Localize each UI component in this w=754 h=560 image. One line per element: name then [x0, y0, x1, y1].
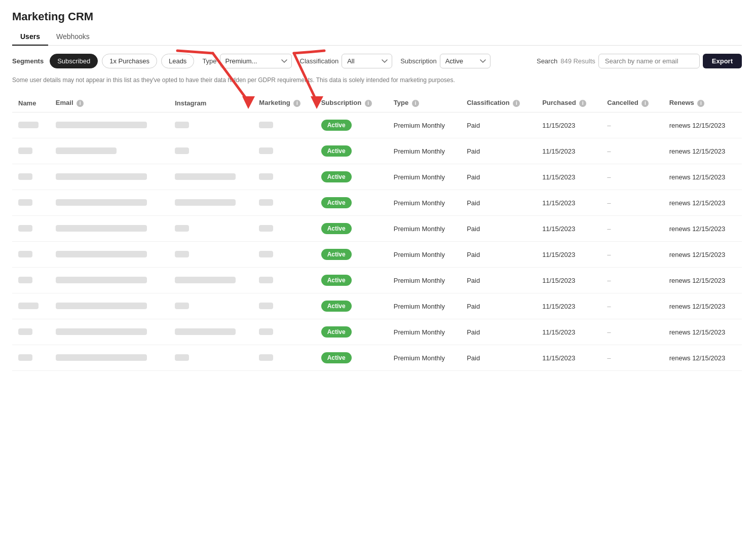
- cell-name: █████: [12, 138, 50, 164]
- table-row[interactable]: ██████████████████████████████████Active…: [12, 293, 742, 319]
- type-filter-select[interactable]: Premium... All Free Premium Monthly Prem…: [220, 54, 292, 68]
- status-badge: Active: [321, 275, 352, 286]
- cell-renews: renews 12/15/2023: [663, 164, 742, 190]
- cell-instagram: ████████: [169, 138, 253, 164]
- cell-type: Premium Monthly: [388, 293, 461, 319]
- status-badge: Active: [321, 249, 352, 260]
- cancelled-info-icon[interactable]: i: [642, 100, 649, 107]
- type-info-icon[interactable]: i: [412, 100, 419, 107]
- search-label: Search: [537, 57, 557, 65]
- table-row[interactable]: ██████████████████████████████████Active…: [12, 268, 742, 293]
- type-filter-label: Type: [202, 57, 216, 65]
- cell-type: Premium Monthly: [388, 113, 461, 138]
- cell-cancelled: –: [601, 164, 663, 190]
- cell-email: ██████████████████: [50, 268, 169, 293]
- cell-purchased: 11/15/2023: [536, 319, 601, 345]
- cell-instagram: ████████: [169, 113, 253, 138]
- search-input[interactable]: [598, 54, 700, 68]
- cell-marketing: ███: [253, 190, 315, 216]
- email-info-icon[interactable]: i: [77, 100, 84, 107]
- cell-marketing: ███: [253, 113, 315, 138]
- table-row[interactable]: ██████████████████████████████████Active…: [12, 319, 742, 345]
- subscription-info-icon[interactable]: i: [365, 100, 372, 107]
- cell-name: █████: [12, 268, 50, 293]
- tab-webhooks[interactable]: Webhooks: [48, 28, 98, 46]
- subscription-filter-group: Subscription Active Cancelled Expired Al…: [400, 54, 491, 68]
- cell-renews: renews 12/15/2023: [663, 113, 742, 138]
- renews-info-icon[interactable]: i: [697, 100, 704, 107]
- col-classification: Classification i: [461, 94, 536, 113]
- cell-type: Premium Monthly: [388, 319, 461, 345]
- col-instagram: Instagram: [169, 94, 253, 113]
- table-row[interactable]: ██████████████████████████████████Active…: [12, 190, 742, 216]
- marketing-info-icon[interactable]: i: [293, 100, 300, 107]
- col-renews: Renews i: [663, 94, 742, 113]
- cell-subscription-status: Active: [315, 138, 388, 164]
- cell-type: Premium Monthly: [388, 190, 461, 216]
- cell-name: █████: [12, 113, 50, 138]
- users-table: Name Email i Instagram Marketing i Subsc…: [12, 94, 742, 371]
- search-results-count: 849 Results: [560, 57, 595, 65]
- export-button[interactable]: Export: [703, 54, 742, 68]
- cell-email: ██████████████████: [50, 242, 169, 268]
- cell-purchased: 11/15/2023: [536, 242, 601, 268]
- cell-purchased: 11/15/2023: [536, 113, 601, 138]
- segment-purchases[interactable]: 1x Purchases: [102, 54, 157, 68]
- status-badge: Active: [321, 171, 352, 182]
- cell-type: Premium Monthly: [388, 164, 461, 190]
- segments-group: Segments Subscribed 1x Purchases Leads: [12, 54, 194, 68]
- cell-classification: Paid: [461, 190, 536, 216]
- cell-cancelled: –: [601, 293, 663, 319]
- classification-info-icon[interactable]: i: [513, 100, 520, 107]
- controls-row: Segments Subscribed 1x Purchases Leads T…: [12, 54, 742, 68]
- table-row[interactable]: ██████████████████████████████████Active…: [12, 164, 742, 190]
- segment-leads[interactable]: Leads: [161, 54, 194, 68]
- cell-email: ██████████████████: [50, 138, 169, 164]
- table-row[interactable]: ██████████████████████████████████Active…: [12, 113, 742, 138]
- cell-subscription-status: Active: [315, 164, 388, 190]
- cell-renews: renews 12/15/2023: [663, 190, 742, 216]
- cell-cancelled: –: [601, 319, 663, 345]
- cell-renews: renews 12/15/2023: [663, 345, 742, 371]
- classification-filter-select[interactable]: All Paid Trial Free: [342, 54, 392, 68]
- col-email: Email i: [50, 94, 169, 113]
- cell-marketing: ███: [253, 319, 315, 345]
- cell-classification: Paid: [461, 138, 536, 164]
- cell-name: █████: [12, 242, 50, 268]
- col-marketing: Marketing i: [253, 94, 315, 113]
- cell-renews: renews 12/15/2023: [663, 138, 742, 164]
- table-row[interactable]: ██████████████████████████████████Active…: [12, 242, 742, 268]
- cell-instagram: ████████: [169, 216, 253, 242]
- cell-marketing: ███: [253, 268, 315, 293]
- cell-name: █████: [12, 345, 50, 371]
- table-row[interactable]: ██████████████████████████████████Active…: [12, 138, 742, 164]
- cell-subscription-status: Active: [315, 293, 388, 319]
- cell-purchased: 11/15/2023: [536, 138, 601, 164]
- cell-cancelled: –: [601, 268, 663, 293]
- subscription-filter-select[interactable]: Active Cancelled Expired All: [440, 54, 491, 68]
- table-row[interactable]: ██████████████████████████████████Active…: [12, 345, 742, 371]
- cell-email: ██████████████████: [50, 190, 169, 216]
- cell-subscription-status: Active: [315, 242, 388, 268]
- subscription-filter-label: Subscription: [400, 57, 437, 65]
- cell-marketing: ███: [253, 345, 315, 371]
- purchased-info-icon[interactable]: i: [579, 100, 586, 107]
- cell-renews: renews 12/15/2023: [663, 216, 742, 242]
- cell-purchased: 11/15/2023: [536, 190, 601, 216]
- cell-classification: Paid: [461, 164, 536, 190]
- cell-classification: Paid: [461, 293, 536, 319]
- cell-purchased: 11/15/2023: [536, 164, 601, 190]
- status-badge: Active: [321, 197, 352, 208]
- segments-label: Segments: [12, 57, 44, 65]
- cell-email: ██████████████████: [50, 319, 169, 345]
- type-filter-group: Type Premium... All Free Premium Monthly…: [202, 54, 291, 68]
- table-row[interactable]: ██████████████████████████████████Active…: [12, 216, 742, 242]
- cell-marketing: ███: [253, 242, 315, 268]
- segment-subscribed[interactable]: Subscribed: [50, 54, 98, 68]
- cell-name: █████: [12, 216, 50, 242]
- status-badge: Active: [321, 120, 352, 131]
- cell-type: Premium Monthly: [388, 345, 461, 371]
- users-table-container: Name Email i Instagram Marketing i Subsc…: [12, 94, 742, 371]
- cell-type: Premium Monthly: [388, 216, 461, 242]
- tab-users[interactable]: Users: [12, 28, 48, 46]
